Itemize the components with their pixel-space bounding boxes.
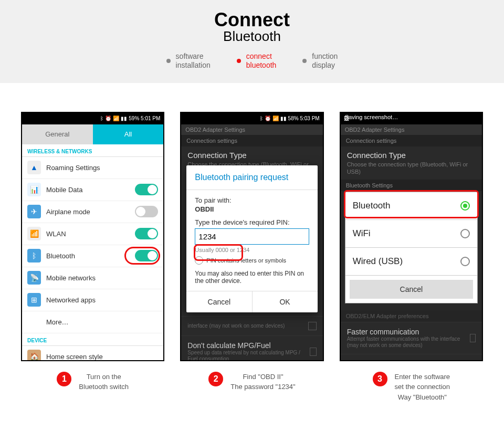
radio-icon	[460, 257, 470, 266]
bluetooth-icon: ᛒ	[27, 249, 41, 262]
nav-tabs: softwareinstallation connectbluetooth fu…	[0, 52, 504, 70]
tab-general[interactable]: General	[22, 124, 93, 144]
pin-note: You may also need to enter this PIN on t…	[195, 270, 309, 285]
cancel-button[interactable]: Cancel	[350, 280, 473, 299]
signal-icon: ▮▮	[121, 116, 127, 121]
bt-icon: ᛒ	[100, 116, 103, 121]
bt-settings-label: Bluetooth Settings	[341, 180, 482, 191]
screenshot-2: ᛒ⏰📶▮▮58% 5:03 PM OBD2 Adapter Settings C…	[180, 112, 323, 361]
airplane-icon: ✈	[27, 205, 41, 218]
checkbox[interactable]	[310, 348, 317, 356]
subtitle: Bluetooth	[0, 28, 504, 45]
row-mpg[interactable]: Don't calculate MPG/FuelSpeed up data re…	[181, 335, 322, 361]
row-bluetooth[interactable]: ᛒBluetooth	[22, 245, 163, 267]
toggle[interactable]	[135, 206, 158, 217]
roaming-icon: ▲	[27, 161, 41, 174]
radio-icon	[460, 229, 470, 238]
step-badge: 2	[208, 372, 223, 386]
status-bar: ᛒ⏰📶▮▮58% 5:03 PM	[181, 113, 322, 124]
conn-type-sub: Choose the connection type (Bluetooth, W…	[341, 161, 482, 180]
dot-icon	[302, 59, 307, 63]
row-roaming[interactable]: ▲Roaming Settings	[22, 157, 163, 179]
wifi-icon: 📶	[113, 116, 119, 121]
row-netapps[interactable]: ⊞Networked apps	[22, 289, 163, 311]
step-badge: 1	[57, 372, 71, 386]
tab-function[interactable]: functiondisplay	[302, 52, 338, 70]
home-icon: 🏠	[27, 350, 41, 361]
section-label: Connection settings	[341, 135, 482, 146]
dot-icon	[237, 59, 241, 63]
data-icon: 📊	[27, 183, 41, 196]
pin-input[interactable]	[195, 228, 309, 245]
pair-device: OBDII	[195, 205, 309, 213]
row-home[interactable]: 🏠Home screen style	[22, 346, 163, 361]
dot-icon	[166, 59, 171, 63]
app-title: OBD2 Adapter Settings	[181, 124, 322, 135]
option-wifi[interactable]: WiFi	[345, 220, 477, 248]
toggle[interactable]	[135, 250, 158, 261]
title: Connect	[0, 10, 504, 29]
network-icon: 📡	[27, 271, 41, 285]
tab-bluetooth[interactable]: connectbluetooth	[237, 52, 277, 70]
section-label: Connection settings	[181, 135, 322, 146]
row-airplane[interactable]: ✈Airplane mode	[22, 201, 163, 223]
modal-title: Bluetooth pairing request	[186, 165, 317, 190]
section-wireless: WIRELESS & NETWORKS	[22, 144, 163, 157]
wlan-icon: 📶	[27, 227, 41, 240]
toast: Saving screenshot…	[345, 114, 398, 120]
header: Connect Bluetooth softwareinstallation c…	[0, 0, 504, 83]
toggle[interactable]	[135, 184, 158, 195]
apps-icon: ⊞	[27, 293, 41, 307]
toggle[interactable]	[135, 228, 158, 239]
caption-1: 1Turn on theBluetooth switch	[21, 372, 164, 403]
section-device: DEVICE	[22, 333, 163, 346]
row-faster[interactable]: interface (may not work on some devices)	[181, 316, 322, 335]
radio-icon	[460, 201, 470, 211]
conn-type-heading: Connection Type	[341, 146, 482, 161]
pin-letters-check[interactable]: PIN contains letters or symbols	[195, 256, 309, 265]
row-mobilenet[interactable]: 📡Mobile networks	[22, 267, 163, 289]
pin-hint: Usually 0000 or 1234	[195, 247, 309, 253]
row-faster[interactable]: Faster communicationAttempt faster commu…	[341, 322, 482, 354]
row-wlan[interactable]: 📶WLAN	[22, 223, 163, 245]
screenshot-1: ᛒ⏰📶▮▮59% 5:01 PM General All WIRELESS & …	[21, 112, 164, 361]
pref-label: OBD2/ELM Adapter preferences	[341, 310, 482, 322]
checkbox[interactable]	[470, 334, 476, 342]
conn-type-heading: Connection Type	[181, 146, 322, 161]
status-bar: ᛒ⏰📶▮▮59% 5:01 PM	[22, 113, 163, 124]
pin-label: Type the device's required PIN:	[195, 218, 309, 226]
row-mpg[interactable]: Don't calculate MPG/FuelSpeed up data re…	[341, 354, 482, 361]
app-title: OBD2 Adapter Settings	[341, 124, 482, 135]
tab-all[interactable]: All	[93, 124, 164, 144]
checkbox[interactable]	[308, 322, 317, 330]
ok-button[interactable]: OK	[253, 291, 318, 312]
tab-software[interactable]: softwareinstallation	[166, 52, 211, 70]
step-badge: 3	[373, 372, 387, 386]
row-mobiledata[interactable]: 📊Mobile Data	[22, 179, 163, 201]
pairing-modal: Bluetooth pairing request To pair with: …	[186, 165, 317, 312]
row-more[interactable]: More…	[22, 311, 163, 333]
conntype-modal: Bluetooth WiFi Wired (USB) Cancel	[345, 192, 478, 303]
screenshot-3: 🖼 Saving screenshot… OBD2 Adapter Settin…	[340, 112, 483, 361]
caption-2: 2Find "OBD II"The password "1234"	[180, 372, 323, 403]
settings-tabs: General All	[22, 124, 163, 144]
option-bluetooth[interactable]: Bluetooth	[345, 192, 477, 220]
radio-icon	[195, 256, 203, 265]
pair-label: To pair with:	[195, 196, 309, 204]
cancel-button[interactable]: Cancel	[186, 291, 252, 312]
option-usb[interactable]: Wired (USB)	[345, 248, 477, 276]
caption-3: 3Enter the softwareset the connectionWay…	[340, 372, 483, 403]
